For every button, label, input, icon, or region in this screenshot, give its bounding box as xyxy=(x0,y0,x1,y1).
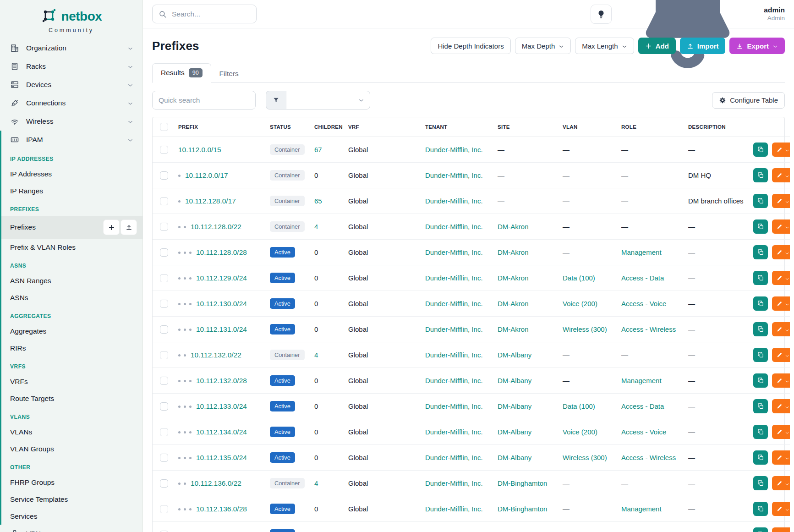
edit-button[interactable] xyxy=(772,450,790,465)
sidebar-item-organization[interactable]: Organization xyxy=(0,39,142,57)
clone-button[interactable] xyxy=(753,450,768,465)
sidebar-item-ipam[interactable]: IPAM xyxy=(1,131,142,149)
user-menu[interactable]: admin Admin xyxy=(764,5,785,22)
edit-button[interactable] xyxy=(772,399,790,413)
sidebar-item-asn-ranges[interactable]: ASN Ranges xyxy=(1,272,142,289)
prefix-link[interactable]: 10.112.136.0/28 xyxy=(196,505,247,513)
column-header-vrf[interactable]: VRF xyxy=(344,117,421,137)
tab-filters[interactable]: Filters xyxy=(211,65,247,83)
row-checkbox[interactable] xyxy=(160,300,168,308)
configure-table-button[interactable]: Configure Table xyxy=(712,92,785,109)
sidebar-item-prefixes[interactable]: Prefixes xyxy=(1,216,142,239)
edit-button[interactable] xyxy=(772,168,790,182)
edit-button[interactable] xyxy=(772,348,790,362)
column-header-vlan[interactable]: VLAN xyxy=(558,117,617,137)
column-header-prefix[interactable]: PREFIX xyxy=(174,117,265,137)
import-button[interactable]: Import xyxy=(680,38,726,54)
sidebar-item-connections[interactable]: Connections xyxy=(0,94,142,112)
clone-button[interactable] xyxy=(753,219,768,234)
sidebar-item-service-templates[interactable]: Service Templates xyxy=(1,491,142,508)
clone-button[interactable] xyxy=(753,476,768,490)
upload-quick-button[interactable] xyxy=(120,219,137,235)
children-count-link[interactable]: 4 xyxy=(314,223,318,230)
clone-button[interactable] xyxy=(753,271,768,285)
row-checkbox[interactable] xyxy=(160,171,168,180)
column-header-tenant[interactable]: TENANT xyxy=(421,117,493,137)
row-checkbox[interactable] xyxy=(160,146,168,154)
clone-button[interactable] xyxy=(753,322,768,336)
sidebar-item-prefix-vlan-roles[interactable]: Prefix & VLAN Roles xyxy=(1,239,142,256)
sidebar-item-wireless[interactable]: Wireless xyxy=(0,112,142,131)
row-checkbox[interactable] xyxy=(160,351,168,359)
prefix-link[interactable]: 10.112.136.0/22 xyxy=(191,479,241,487)
prefix-link[interactable]: 10.112.131.0/24 xyxy=(196,325,247,333)
edit-button[interactable] xyxy=(772,527,790,532)
prefix-link[interactable]: 10.112.0.0/15 xyxy=(178,146,221,154)
edit-button[interactable] xyxy=(772,322,790,336)
prefix-link[interactable]: 10.112.134.0/24 xyxy=(196,428,247,436)
prefix-link[interactable]: 10.112.135.0/24 xyxy=(196,454,247,461)
prefix-link[interactable]: 10.112.128.0/28 xyxy=(196,248,247,256)
edit-button[interactable] xyxy=(772,476,790,490)
children-count-link[interactable]: 67 xyxy=(314,146,322,154)
prefix-link[interactable]: 10.112.137.0/24 xyxy=(196,531,247,532)
edit-button[interactable] xyxy=(772,245,790,259)
column-header-children[interactable]: CHILDREN xyxy=(310,117,344,137)
sidebar-item-aggregates[interactable]: Aggregates xyxy=(1,323,142,340)
sidebar-item-ip-addresses[interactable]: IP Addresses xyxy=(1,165,142,182)
clone-button[interactable] xyxy=(753,399,768,413)
clone-button[interactable] xyxy=(753,143,768,157)
clone-button[interactable] xyxy=(753,527,768,532)
sidebar-item-route-targets[interactable]: Route Targets xyxy=(1,390,142,407)
plus-quick-button[interactable] xyxy=(103,219,120,235)
edit-button[interactable] xyxy=(772,502,790,516)
clone-button[interactable] xyxy=(753,502,768,516)
clone-button[interactable] xyxy=(753,245,768,259)
row-checkbox[interactable] xyxy=(160,377,168,385)
column-header-description[interactable]: DESCRIPTION xyxy=(684,117,749,137)
column-header-status[interactable]: STATUS xyxy=(265,117,310,137)
edit-button[interactable] xyxy=(772,373,790,388)
sidebar-item-vpn[interactable]: VPN xyxy=(0,525,142,532)
prefix-link[interactable]: 10.112.128.0/17 xyxy=(185,197,236,205)
row-checkbox[interactable] xyxy=(160,223,168,231)
clone-button[interactable] xyxy=(753,296,768,311)
row-checkbox[interactable] xyxy=(160,402,168,411)
prefix-link[interactable]: 10.112.128.0/22 xyxy=(191,223,241,230)
children-count-link[interactable]: 4 xyxy=(314,351,318,359)
quick-search-input[interactable] xyxy=(152,91,256,110)
children-count-link[interactable]: 4 xyxy=(314,479,318,487)
edit-button[interactable] xyxy=(772,296,790,311)
export-button[interactable]: Export xyxy=(729,38,785,54)
row-checkbox[interactable] xyxy=(160,274,168,282)
sidebar-item-ip-ranges[interactable]: IP Ranges xyxy=(1,182,142,199)
global-search-input[interactable] xyxy=(172,10,250,18)
prefix-link[interactable]: 10.112.130.0/24 xyxy=(196,300,247,307)
row-checkbox[interactable] xyxy=(160,248,168,257)
sidebar-item-asns[interactable]: ASNs xyxy=(1,289,142,306)
row-checkbox[interactable] xyxy=(160,325,168,334)
max-length-button[interactable]: Max Length xyxy=(575,38,634,54)
row-checkbox[interactable] xyxy=(160,197,168,205)
filter-select[interactable] xyxy=(286,91,370,110)
prefix-link[interactable]: 10.112.132.0/28 xyxy=(196,377,247,384)
sidebar-item-rirs[interactable]: RIRs xyxy=(1,340,142,356)
filter-funnel-button[interactable] xyxy=(266,91,286,110)
max-depth-button[interactable]: Max Depth xyxy=(515,38,571,54)
sidebar-item-vlan-groups[interactable]: VLAN Groups xyxy=(1,440,142,457)
row-checkbox[interactable] xyxy=(160,505,168,513)
sidebar-item-vrfs[interactable]: VRFs xyxy=(1,373,142,390)
sidebar-item-fhrp-groups[interactable]: FHRP Groups xyxy=(1,474,142,491)
sidebar-item-devices[interactable]: Devices xyxy=(0,76,142,94)
clone-button[interactable] xyxy=(753,168,768,182)
column-header-site[interactable]: SITE xyxy=(493,117,558,137)
select-all-checkbox[interactable] xyxy=(160,123,168,131)
prefix-link[interactable]: 10.112.0.0/17 xyxy=(185,171,228,179)
theme-toggle-button[interactable] xyxy=(591,5,612,24)
edit-button[interactable] xyxy=(772,271,790,285)
sidebar-item-services[interactable]: Services xyxy=(1,508,142,525)
row-checkbox[interactable] xyxy=(160,454,168,462)
column-header-role[interactable]: ROLE xyxy=(617,117,684,137)
sidebar-item-racks[interactable]: Racks xyxy=(0,57,142,76)
global-search[interactable] xyxy=(152,5,257,23)
